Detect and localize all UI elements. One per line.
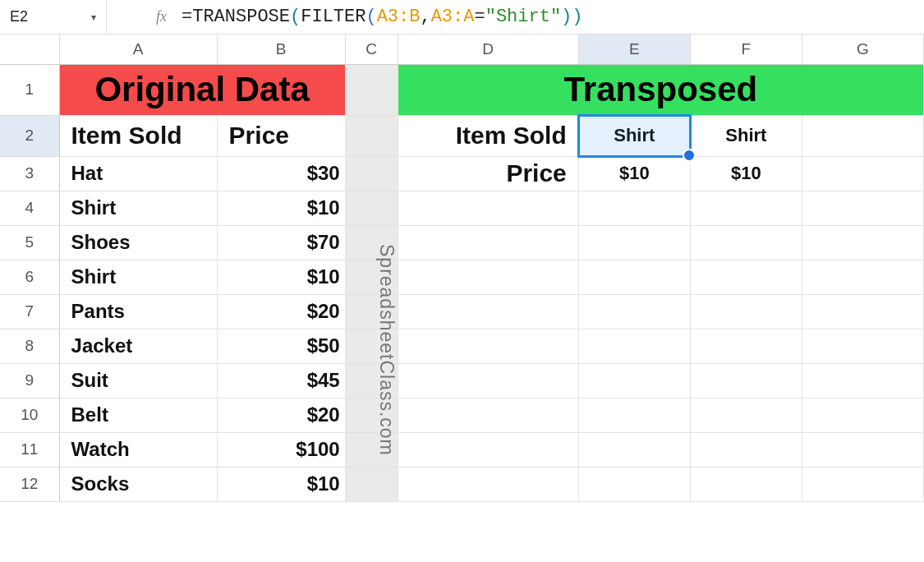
cell-e12[interactable] bbox=[578, 467, 690, 501]
cell-c10[interactable] bbox=[345, 398, 398, 432]
cell-g11[interactable] bbox=[802, 432, 923, 467]
cell-e4[interactable] bbox=[578, 191, 690, 225]
name-box[interactable]: E2 ▾ bbox=[0, 0, 107, 34]
cell-g4[interactable] bbox=[802, 191, 923, 225]
row-header-5[interactable]: 5 bbox=[0, 225, 59, 260]
col-header-a[interactable]: A bbox=[59, 35, 217, 64]
cell-d5[interactable] bbox=[398, 225, 578, 260]
cell-c5[interactable] bbox=[345, 225, 398, 260]
cell-e7[interactable] bbox=[578, 294, 690, 329]
cell-a9[interactable]: Suit bbox=[59, 363, 217, 398]
cell-d9[interactable] bbox=[398, 363, 578, 398]
row-header-8[interactable]: 8 bbox=[0, 329, 59, 363]
cell-g6[interactable] bbox=[802, 260, 923, 294]
cell-b8[interactable]: $50 bbox=[217, 329, 345, 363]
cell-f4[interactable] bbox=[690, 191, 802, 225]
cell-d8[interactable] bbox=[398, 329, 578, 363]
cell-f7[interactable] bbox=[690, 294, 802, 329]
cell-d7[interactable] bbox=[398, 294, 578, 329]
cell-g10[interactable] bbox=[802, 398, 923, 432]
row-header-7[interactable]: 7 bbox=[0, 294, 59, 329]
cell-g2[interactable] bbox=[802, 115, 923, 156]
cell-e6[interactable] bbox=[578, 260, 690, 294]
row-header-2[interactable]: 2 bbox=[0, 115, 59, 156]
cell-f5[interactable] bbox=[690, 225, 802, 260]
cell-e10[interactable] bbox=[578, 398, 690, 432]
select-all-corner[interactable] bbox=[0, 35, 59, 64]
cell-g8[interactable] bbox=[802, 329, 923, 363]
cell-e5[interactable] bbox=[578, 225, 690, 260]
row-header-1[interactable]: 1 bbox=[0, 64, 59, 115]
cell-e11[interactable] bbox=[578, 432, 690, 467]
cell-e2[interactable]: Shirt bbox=[578, 115, 690, 156]
cell-c12[interactable] bbox=[345, 467, 398, 501]
row-header-9[interactable]: 9 bbox=[0, 363, 59, 398]
cell-b6[interactable]: $10 bbox=[217, 260, 345, 294]
cell-g12[interactable] bbox=[802, 467, 923, 501]
col-header-b[interactable]: B bbox=[217, 35, 345, 64]
cell-b3[interactable]: $30 bbox=[217, 156, 345, 191]
col-header-d[interactable]: D bbox=[398, 35, 578, 64]
col-header-g[interactable]: G bbox=[802, 35, 923, 64]
row-header-12[interactable]: 12 bbox=[0, 467, 59, 501]
cell-e8[interactable] bbox=[578, 329, 690, 363]
cell-c6[interactable] bbox=[345, 260, 398, 294]
cell-c1[interactable] bbox=[345, 64, 398, 115]
cell-a8[interactable]: Jacket bbox=[59, 329, 217, 363]
fx-icon[interactable]: fx bbox=[107, 8, 182, 25]
cell-b12[interactable]: $10 bbox=[217, 467, 345, 501]
row-header-10[interactable]: 10 bbox=[0, 398, 59, 432]
cell-f3[interactable]: $10 bbox=[690, 156, 802, 191]
cell-c3[interactable] bbox=[345, 156, 398, 191]
cell-e9[interactable] bbox=[578, 363, 690, 398]
cell-a5[interactable]: Shoes bbox=[59, 225, 217, 260]
name-box-dropdown-icon[interactable]: ▾ bbox=[91, 12, 96, 23]
cell-a10[interactable]: Belt bbox=[59, 398, 217, 432]
cell-b10[interactable]: $20 bbox=[217, 398, 345, 432]
col-header-e[interactable]: E bbox=[578, 35, 690, 64]
cell-a3[interactable]: Hat bbox=[59, 156, 217, 191]
cell-b9[interactable]: $45 bbox=[217, 363, 345, 398]
cell-f12[interactable] bbox=[690, 467, 802, 501]
cell-d4[interactable] bbox=[398, 191, 578, 225]
original-data-header[interactable]: Original Data bbox=[59, 64, 345, 115]
cell-g7[interactable] bbox=[802, 294, 923, 329]
row-header-6[interactable]: 6 bbox=[0, 260, 59, 294]
cell-f8[interactable] bbox=[690, 329, 802, 363]
cell-f9[interactable] bbox=[690, 363, 802, 398]
cell-b5[interactable]: $70 bbox=[217, 225, 345, 260]
cell-c2[interactable] bbox=[345, 115, 398, 156]
cell-d11[interactable] bbox=[398, 432, 578, 467]
col-header-c[interactable]: C bbox=[345, 35, 398, 64]
cell-c8[interactable] bbox=[345, 329, 398, 363]
cell-g3[interactable] bbox=[802, 156, 923, 191]
cell-d3[interactable]: Price bbox=[398, 156, 578, 191]
cell-f10[interactable] bbox=[690, 398, 802, 432]
cell-a11[interactable]: Watch bbox=[59, 432, 217, 467]
cell-c11[interactable] bbox=[345, 432, 398, 467]
col-header-f[interactable]: F bbox=[690, 35, 802, 64]
cell-c7[interactable] bbox=[345, 294, 398, 329]
cell-b7[interactable]: $20 bbox=[217, 294, 345, 329]
cell-b4[interactable]: $10 bbox=[217, 191, 345, 225]
cell-g5[interactable] bbox=[802, 225, 923, 260]
cell-b11[interactable]: $100 bbox=[217, 432, 345, 467]
cell-f2[interactable]: Shirt bbox=[690, 115, 802, 156]
cell-g9[interactable] bbox=[802, 363, 923, 398]
cell-d2[interactable]: Item Sold bbox=[398, 115, 578, 156]
cell-a7[interactable]: Pants bbox=[59, 294, 217, 329]
cell-e3[interactable]: $10 bbox=[578, 156, 690, 191]
row-header-3[interactable]: 3 bbox=[0, 156, 59, 191]
row-header-11[interactable]: 11 bbox=[0, 432, 59, 467]
cell-b2[interactable]: Price bbox=[217, 115, 345, 156]
cell-c4[interactable] bbox=[345, 191, 398, 225]
spreadsheet-grid[interactable]: A B C D E F G 1 Original Data Transposed… bbox=[0, 35, 924, 502]
cell-a6[interactable]: Shirt bbox=[59, 260, 217, 294]
formula-input[interactable]: =TRANSPOSE(FILTER(A3:B,A3:A="Shirt")) bbox=[182, 7, 583, 27]
cell-a12[interactable]: Socks bbox=[59, 467, 217, 501]
cell-d10[interactable] bbox=[398, 398, 578, 432]
cell-f6[interactable] bbox=[690, 260, 802, 294]
row-header-4[interactable]: 4 bbox=[0, 191, 59, 225]
cell-c9[interactable] bbox=[345, 363, 398, 398]
transposed-header[interactable]: Transposed bbox=[398, 64, 923, 115]
